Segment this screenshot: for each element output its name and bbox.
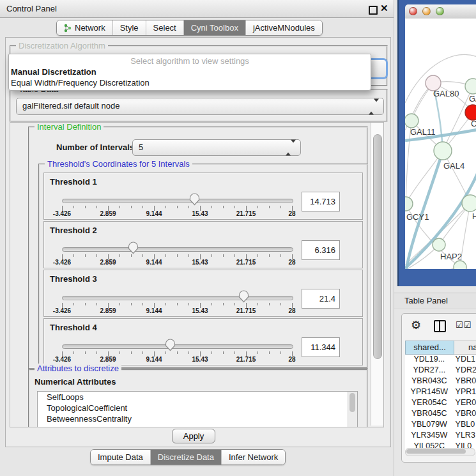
checkbox-icons[interactable]: ☑☑	[456, 320, 472, 330]
network-node-hap2[interactable]	[433, 238, 445, 251]
node-label: HAP2	[440, 252, 462, 261]
network-node-red[interactable]	[465, 105, 476, 120]
table-row[interactable]: YLR345WYLR3	[405, 431, 476, 441]
minimize-light[interactable]	[422, 7, 431, 15]
tab-cyni-toolbox[interactable]: Cyni Toolbox	[183, 20, 245, 35]
tick-label: 2.859	[100, 259, 116, 266]
tick-mark	[165, 206, 166, 208]
threshold-panel: Threshold 4 -3.4262.8599.14415.4321.7152…	[43, 318, 363, 365]
tick-mark	[142, 303, 143, 305]
apply-button[interactable]: Apply	[172, 429, 215, 443]
threshold-panel: Threshold 3 -3.4262.8599.14415.4321.7152…	[43, 270, 363, 317]
close-icon[interactable]: ✕	[380, 3, 388, 14]
number-of-intervals-combo[interactable]: 5	[132, 139, 301, 156]
slider-track[interactable]	[62, 247, 293, 252]
vertical-scrollbar[interactable]	[371, 123, 383, 426]
cell-name: YBR0	[454, 409, 476, 420]
scrollbar-thumb[interactable]	[406, 449, 466, 454]
dropdown-item-equal-width[interactable]: Equal Width/Frequency Discretization	[9, 77, 371, 88]
tick-mark	[188, 351, 189, 354]
close-light[interactable]	[409, 7, 417, 15]
table-row[interactable]: YER054CYER0	[405, 398, 476, 409]
network-node-top-right[interactable]	[465, 79, 476, 94]
slider-track[interactable]	[62, 199, 293, 203]
numerical-attributes-list[interactable]: SelfLoopsTopologicalCoefficientBetweenne…	[37, 391, 358, 427]
dropdown-hint[interactable]: Select algorithm to view settings	[9, 54, 371, 66]
slider-thumb[interactable]	[165, 339, 176, 351]
tab-label: Infer Network	[229, 452, 278, 462]
list-vertical-scrollbar[interactable]	[348, 392, 357, 427]
slider-track[interactable]	[62, 344, 293, 349]
combo-updown-icon	[286, 143, 296, 153]
tab-jactivemnodules[interactable]: jActiveMNodules	[245, 20, 322, 35]
dropdown-item-manual[interactable]: Manual Discretization	[9, 66, 371, 77]
table-data-combo[interactable]: galFiltered.sif default node	[16, 98, 384, 115]
header-name[interactable]: na	[454, 341, 476, 355]
tab-discretize-data[interactable]: Discretize Data	[150, 450, 221, 464]
tab-label: Network	[75, 23, 105, 33]
threshold-value-box[interactable]: 11.344	[302, 337, 340, 357]
network-canvas[interactable]: GAL80GACGAL11GAL4GCY1HHAP2	[405, 19, 476, 269]
zoom-light[interactable]	[436, 7, 444, 15]
tick-mark	[223, 303, 224, 305]
table-row[interactable]: YBL079WYBL0	[405, 420, 476, 431]
tick-label: 15.43	[192, 259, 208, 266]
attribute-item[interactable]: TopologicalCoefficient	[38, 403, 357, 413]
tick-mark	[234, 351, 235, 354]
tick-mark	[234, 303, 235, 305]
slider-track[interactable]	[62, 296, 293, 300]
control-panel: Control Panel ✕ NetworkStyleSelectCyni T…	[0, 0, 394, 476]
tab-infer-network[interactable]: Infer Network	[221, 450, 285, 464]
attribute-item[interactable]: BetweennessCentrality	[38, 413, 357, 424]
column-layout-icon[interactable]	[434, 320, 446, 332]
tick-mark	[223, 206, 224, 208]
slider-thumb[interactable]	[128, 242, 139, 254]
tick-mark	[269, 254, 270, 257]
network-node-gcy1[interactable]	[405, 197, 413, 211]
float-window-icon[interactable]	[369, 6, 378, 15]
tick-label: 2.859	[100, 307, 116, 314]
network-node-gal4[interactable]	[434, 142, 452, 160]
network-node-gal11[interactable]	[405, 114, 418, 128]
tick-mark	[257, 254, 258, 257]
table-row[interactable]: YBR045CYBR0	[405, 409, 476, 420]
scrollbar-thumb[interactable]	[373, 134, 382, 359]
table-row[interactable]: YDR27...YDR2	[405, 365, 476, 376]
gear-icon[interactable]: ⚙	[411, 318, 421, 332]
tick-mark	[177, 303, 178, 305]
network-edge[interactable]	[406, 151, 443, 204]
tab-network[interactable]: Network	[57, 20, 112, 35]
tick-mark	[73, 351, 74, 354]
table-row[interactable]: YBR043CYBR0	[405, 376, 476, 387]
table-row[interactable]: YPR145WYPR1	[405, 387, 476, 398]
tab-select[interactable]: Select	[146, 20, 183, 35]
table-row[interactable]: YDL19...YDL1	[405, 355, 476, 365]
tick-mark	[165, 303, 166, 305]
slider-thumb[interactable]	[238, 290, 249, 303]
network-edge[interactable]	[405, 267, 460, 269]
tick-mark	[96, 303, 97, 305]
tab-impute-data[interactable]: Impute Data	[91, 450, 150, 464]
algorithm-group-title: Discretization Algorithm	[16, 41, 108, 50]
panel-title: Control Panel	[6, 4, 57, 13]
node-label: GCY1	[406, 212, 429, 222]
tick-mark	[73, 206, 74, 208]
attribute-item[interactable]: SelfLoops	[38, 392, 357, 403]
tab-style[interactable]: Style	[112, 20, 146, 35]
cell-shared-name: YDL19...	[405, 355, 454, 365]
threshold-value-box[interactable]: 21.4	[302, 289, 340, 309]
threshold-value-box[interactable]: 6.316	[302, 240, 340, 260]
threshold-value-box[interactable]: 14.713	[302, 192, 340, 211]
header-shared-name[interactable]: shared...	[405, 341, 454, 355]
network-node-h[interactable]	[462, 195, 476, 211]
slider-thumb[interactable]	[189, 193, 200, 206]
tick-mark	[177, 351, 178, 354]
threshold-label: Threshold 3	[50, 274, 97, 284]
network-node-bottom[interactable]	[454, 261, 466, 269]
scrollbar-thumb[interactable]	[349, 393, 355, 412]
tick-mark	[96, 351, 97, 354]
cell-name: YDR2	[454, 365, 476, 376]
node-table: shared... na YDL19...YDL1YDR27...YDR2YBR…	[405, 341, 476, 452]
tick-label: 21.715	[236, 307, 256, 314]
horizontal-scrollbar[interactable]	[405, 448, 475, 456]
